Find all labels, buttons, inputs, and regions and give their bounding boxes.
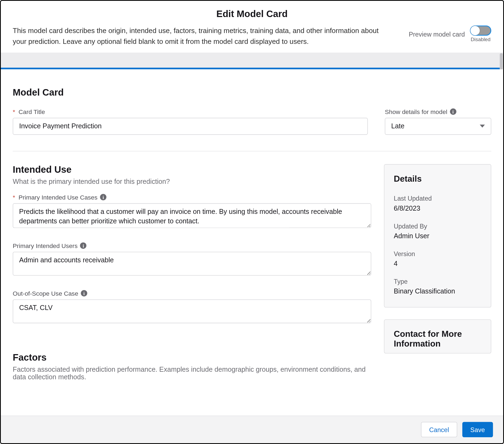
details-panel-title: Details bbox=[394, 174, 482, 184]
out-of-scope-textarea[interactable] bbox=[13, 299, 371, 323]
details-panel: Details Last Updated 6/8/2023 Updated By… bbox=[384, 164, 491, 307]
show-details-selected: Late bbox=[391, 122, 404, 130]
model-card-heading: Model Card bbox=[13, 87, 491, 98]
content-scroll-area[interactable]: Model Card * Card Title Show details for… bbox=[1, 69, 503, 399]
contact-panel: Contact for More Information bbox=[384, 319, 491, 353]
primary-use-textarea[interactable] bbox=[13, 203, 371, 228]
type-label: Type bbox=[394, 278, 482, 285]
cancel-button[interactable]: Cancel bbox=[421, 422, 457, 437]
show-details-field: Show details for model i Late bbox=[385, 108, 491, 135]
intended-use-subtitle: What is the primary intended use for thi… bbox=[13, 178, 371, 185]
required-asterisk: * bbox=[13, 194, 15, 201]
info-icon[interactable]: i bbox=[81, 290, 87, 296]
dialog-title: Edit Model Card bbox=[1, 1, 503, 25]
primary-use-label: Primary Intended Use Cases bbox=[19, 194, 98, 201]
updated-by-label: Updated By bbox=[394, 222, 482, 230]
factors-heading: Factors bbox=[13, 352, 371, 363]
updated-by-value: Admin User bbox=[394, 232, 482, 240]
info-icon[interactable]: i bbox=[100, 194, 107, 200]
section-intended-use: Intended Use What is the primary intende… bbox=[13, 164, 371, 381]
out-of-scope-label: Out-of-Scope Use Case bbox=[13, 290, 78, 297]
gray-strip bbox=[1, 53, 503, 67]
show-details-label: Show details for model bbox=[385, 108, 447, 115]
required-asterisk: * bbox=[13, 108, 15, 115]
primary-users-textarea[interactable] bbox=[13, 252, 371, 275]
section-model-card: Model Card * Card Title Show details for… bbox=[1, 69, 503, 151]
intended-use-heading: Intended Use bbox=[13, 164, 371, 175]
version-label: Version bbox=[394, 250, 482, 257]
info-icon[interactable]: i bbox=[450, 109, 456, 115]
save-button[interactable]: Save bbox=[462, 422, 493, 437]
preview-label: Preview model card bbox=[409, 30, 465, 38]
primary-users-label: Primary Intended Users bbox=[13, 242, 78, 249]
contact-panel-title: Contact for More Information bbox=[394, 329, 482, 348]
toggle-state-label: Disabled bbox=[471, 37, 490, 43]
card-title-label: Card Title bbox=[19, 108, 45, 115]
preview-toggle-block: Preview model card Disabled bbox=[409, 25, 491, 43]
chevron-down-icon bbox=[480, 125, 485, 128]
type-value: Binary Classification bbox=[394, 287, 482, 295]
card-title-field: * Card Title bbox=[13, 108, 368, 135]
toggle-knob bbox=[470, 26, 480, 35]
preview-toggle[interactable] bbox=[470, 25, 491, 36]
show-details-select[interactable]: Late bbox=[385, 117, 491, 135]
factors-subtitle: Factors associated with prediction perfo… bbox=[13, 365, 371, 381]
last-updated-value: 6/8/2023 bbox=[394, 204, 482, 212]
dialog-footer: Cancel Save bbox=[1, 416, 503, 443]
last-updated-label: Last Updated bbox=[394, 195, 482, 202]
header-description: This model card describes the origin, in… bbox=[13, 25, 379, 47]
version-value: 4 bbox=[394, 260, 482, 267]
info-icon[interactable]: i bbox=[80, 242, 87, 249]
card-title-input[interactable] bbox=[13, 117, 368, 135]
header-info-row: This model card describes the origin, in… bbox=[1, 25, 503, 53]
